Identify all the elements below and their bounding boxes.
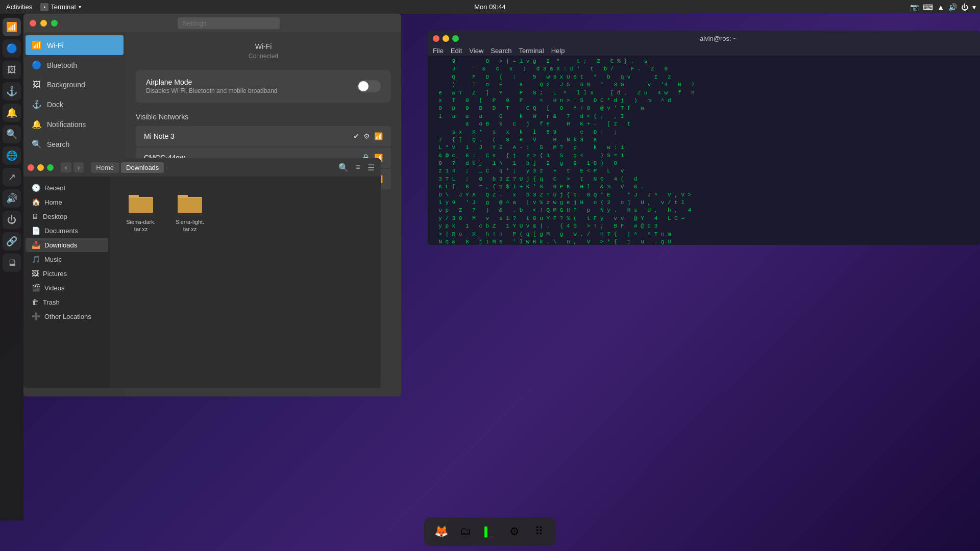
settings-page-title: Wi-Fi: [136, 42, 391, 51]
settings-nav-dock[interactable]: ⚓ Dock: [23, 94, 126, 114]
fm-sidebar-videos[interactable]: 🎬 Videos: [26, 281, 108, 295]
fm-close-button[interactable]: [28, 164, 34, 171]
fm-sidebar-desktop[interactable]: 🖥 Desktop: [26, 209, 108, 223]
settings-max-button[interactable]: [51, 20, 58, 27]
terminal-line: o p Z 7 ) & . b < ! Q M G H ? p N y . H …: [432, 207, 976, 214]
dock-icon-region[interactable]: 🌐: [3, 146, 21, 165]
file-item-0[interactable]: Sierra-dark.tar.xz: [120, 187, 161, 237]
dock-icon-background[interactable]: 🖼: [3, 61, 21, 79]
settings-titlebar: [23, 14, 401, 32]
settings-nav-wifi[interactable]: 📶 Wi-Fi: [26, 35, 124, 55]
settings-close-button[interactable]: [30, 20, 36, 27]
dock-icon-wifi[interactable]: 📶: [3, 18, 21, 36]
taskbar-firefox[interactable]: 🦊: [430, 521, 452, 542]
terminal-menu-terminal[interactable]: Terminal: [519, 47, 544, 55]
airplane-mode-toggle[interactable]: [357, 80, 381, 92]
file-name-1: Sierra-light.tar.xz: [176, 218, 204, 233]
notifications-nav-label: Notifications: [47, 120, 86, 129]
terminal-body[interactable]: 9 O > | = l v g 2 * t ; Z C % } . s J ' …: [428, 56, 980, 245]
terminal-max-button[interactable]: [452, 35, 459, 42]
terminal-menu-button[interactable]: ▪ Terminal ▾: [37, 3, 84, 11]
terminal-close-button[interactable]: [433, 35, 439, 42]
dock-icon-dock[interactable]: ⚓: [3, 82, 21, 101]
fm-max-button[interactable]: [47, 164, 54, 171]
wifi-status-icon[interactable]: ▲: [937, 3, 944, 11]
terminal-line: x T 0 [ P 9 P < H n > ' S D C * d j ) m …: [432, 97, 976, 105]
terminal-line: & @ c 8 : C s { j z > { 1 S g < } S = 1: [432, 152, 976, 160]
dock-icon-power[interactable]: ⏻: [3, 211, 21, 229]
notifications-nav-icon: 🔔: [32, 119, 42, 129]
fm-sidebar-other[interactable]: ➕ Other Locations: [26, 309, 108, 323]
menu-arrow[interactable]: ▾: [972, 3, 976, 11]
fm-sidebar-pictures[interactable]: 🖼 Pictures: [26, 266, 108, 281]
background-nav-label: Background: [47, 81, 85, 89]
fm-sidebar-recent[interactable]: 🕐 Recent: [26, 181, 108, 195]
fm-search-button[interactable]: 🔍: [336, 162, 351, 173]
dock-nav-label: Dock: [47, 101, 63, 109]
dock-icon-share[interactable]: ↗: [3, 168, 21, 186]
visible-networks-title: Visible Networks: [136, 113, 391, 121]
settings-nav-search[interactable]: 🔍 Search: [23, 134, 126, 154]
file-icon-1: [178, 191, 202, 215]
dock-icon-network[interactable]: 🔗: [3, 232, 21, 251]
fm-sidebar-downloads[interactable]: 📥 Downloads: [26, 238, 108, 252]
terminal-menu-file[interactable]: File: [433, 47, 444, 55]
terminal-min-button[interactable]: [443, 35, 449, 42]
taskbar-terminal[interactable]: ▌_: [479, 521, 501, 542]
sound-icon[interactable]: 🔊: [948, 3, 957, 11]
dock-icon-search[interactable]: 🔍: [3, 125, 21, 143]
activities-button[interactable]: Activities: [3, 3, 35, 11]
fm-sidebar-documents[interactable]: 📄 Documents: [26, 223, 108, 238]
fm-back-button[interactable]: ‹: [61, 162, 71, 172]
terminal-menu-view[interactable]: View: [469, 47, 483, 55]
fm-sidebar-home[interactable]: 🏠 Home: [26, 195, 108, 209]
breadcrumb-downloads[interactable]: Downloads: [121, 162, 164, 173]
taskbar-settings[interactable]: ⚙: [504, 521, 525, 542]
files-icon: 🗂: [460, 525, 471, 538]
documents-icon: 📄: [32, 227, 40, 235]
home-icon: 🏠: [32, 198, 40, 206]
fm-menu-button[interactable]: ☰: [365, 162, 377, 173]
taskbar-files[interactable]: 🗂: [455, 521, 476, 542]
network-item-mi-note3[interactable]: Mi Note 3 ✔ ⚙ 📶: [136, 126, 391, 146]
terminal-menu-help[interactable]: Help: [551, 47, 565, 55]
file-item-1[interactable]: Sierra-light.tar.xz: [169, 187, 210, 237]
settings-taskbar-icon: ⚙: [509, 525, 520, 538]
settings-min-button[interactable]: [40, 20, 47, 27]
terminal-menu-search[interactable]: Search: [491, 47, 511, 55]
settings-nav-notifications[interactable]: 🔔 Notifications: [23, 114, 126, 134]
airplane-mode-description: Disables Wi-Fi, Bluetooth and mobile bro…: [146, 87, 277, 94]
airplane-mode-title: Airplane Mode: [146, 78, 277, 86]
settings-search-input[interactable]: [178, 17, 280, 29]
terminal-menu-edit[interactable]: Edit: [451, 47, 462, 55]
breadcrumb-home[interactable]: Home: [91, 162, 119, 173]
dock-icon-desktop[interactable]: 🖥: [3, 254, 21, 272]
power-icon[interactable]: ⏻: [961, 3, 968, 11]
settings-nav-background[interactable]: 🖼 Background: [23, 75, 126, 94]
background-nav-icon: 🖼: [32, 80, 42, 89]
downloads-icon: 📥: [32, 241, 40, 249]
firefox-icon: 🦊: [434, 525, 448, 538]
fm-forward-button[interactable]: ›: [74, 162, 84, 172]
trash-label: Trash: [43, 298, 60, 306]
clock: Mon 09:44: [474, 3, 505, 11]
dock-icon-notifications[interactable]: 🔔: [3, 104, 21, 122]
terminal-line: J ' & c x ; d 3 a X : D ' t b / F . Z 0: [432, 65, 976, 73]
recent-label: Recent: [44, 184, 65, 192]
videos-icon: 🎬: [32, 284, 40, 292]
network-settings-icon[interactable]: ⚙: [363, 132, 370, 140]
fm-view-button[interactable]: ≡: [354, 162, 362, 173]
screenshot-icon[interactable]: 📷: [910, 3, 919, 11]
settings-nav-bluetooth[interactable]: 🔵 Bluetooth: [23, 55, 126, 75]
other-label: Other Locations: [44, 313, 91, 320]
fm-sidebar-trash[interactable]: 🗑 Trash: [26, 295, 108, 309]
terminal-menubar: File Edit View Search Terminal Help: [428, 46, 980, 56]
dock-icon-sound[interactable]: 🔊: [3, 189, 21, 208]
dock-icon-bluetooth[interactable]: 🔵: [3, 39, 21, 58]
terminal-line: s x K * s x k l 5 9 e D : ;: [432, 129, 976, 136]
taskbar-apps[interactable]: ⠿: [528, 521, 550, 542]
fm-sidebar-music[interactable]: 🎵 Music: [26, 252, 108, 266]
keyboard-icon[interactable]: ⌨: [923, 3, 933, 11]
fm-min-button[interactable]: [37, 164, 44, 171]
terminal-line: 0 ? d b j 1 \ 1 b ] 2 g 9 1 8 ) 0: [432, 160, 976, 167]
